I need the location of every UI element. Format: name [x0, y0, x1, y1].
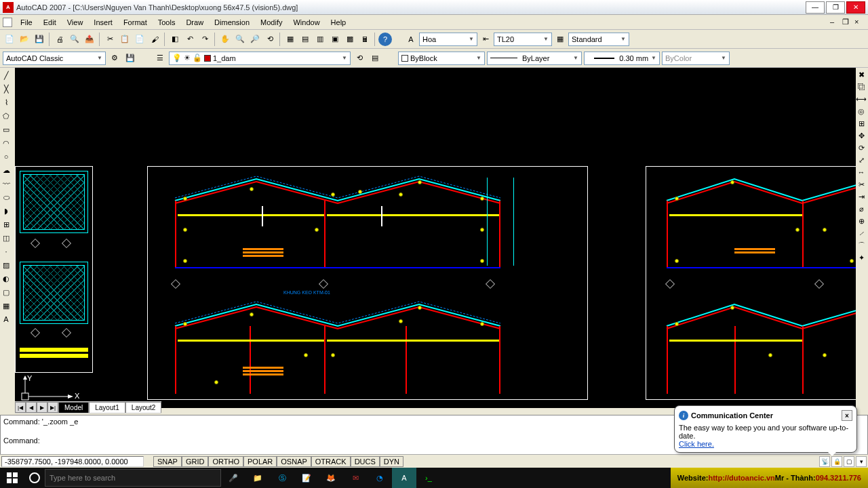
- trim-icon[interactable]: ✂: [856, 179, 867, 190]
- grid-toggle[interactable]: GRID: [182, 456, 209, 467]
- arc-icon[interactable]: ◠: [0, 137, 12, 149]
- break-icon[interactable]: ⌀: [856, 203, 867, 214]
- cut-icon[interactable]: ✂: [103, 33, 117, 46]
- menu-file[interactable]: File: [15, 17, 38, 28]
- menu-draw[interactable]: Draw: [180, 17, 209, 28]
- minimize-button[interactable]: —: [806, 1, 825, 14]
- ducs-toggle[interactable]: DUCS: [351, 456, 380, 467]
- tab-last[interactable]: ▶|: [47, 402, 58, 413]
- plotstyle-select[interactable]: ByColor▼: [662, 52, 730, 65]
- hatch-icon[interactable]: ▨: [0, 259, 12, 271]
- gradient-icon[interactable]: ◐: [0, 272, 12, 285]
- zalo-icon[interactable]: ◔: [368, 468, 392, 488]
- terminal-icon[interactable]: ›_: [416, 468, 441, 488]
- copy-icon[interactable]: 📋: [118, 33, 132, 46]
- tool-palette-icon[interactable]: ▥: [313, 33, 327, 46]
- tab-prev[interactable]: ◀: [26, 402, 37, 413]
- menu-tools[interactable]: Tools: [153, 17, 181, 28]
- line-icon[interactable]: ╱: [0, 69, 12, 81]
- menu-edit[interactable]: Edit: [38, 17, 62, 28]
- coordinates-readout[interactable]: -358797.7500, -197948.0000, 0.0000: [1, 456, 144, 467]
- pan-icon[interactable]: ✋: [218, 33, 232, 46]
- menu-window[interactable]: Window: [288, 17, 325, 28]
- textstyle-icon[interactable]: A: [404, 33, 418, 46]
- firefox-icon[interactable]: 🦊: [319, 468, 343, 488]
- menu-dimension[interactable]: Dimension: [209, 17, 255, 28]
- rectangle-icon[interactable]: ▭: [0, 123, 12, 136]
- zoom-rt-icon[interactable]: 🔍: [233, 33, 247, 46]
- move-icon[interactable]: ✥: [856, 130, 867, 141]
- save-icon[interactable]: 💾: [33, 33, 46, 46]
- insert-icon[interactable]: ⊞: [0, 218, 12, 230]
- maximize-button[interactable]: ❐: [826, 1, 845, 14]
- doc-restore[interactable]: ❐: [842, 18, 853, 27]
- color-select[interactable]: ByBlock▼: [398, 52, 485, 65]
- ellipse-icon[interactable]: ⬭: [0, 191, 12, 203]
- dimstyle-icon[interactable]: ⇤: [479, 33, 492, 46]
- osnap-toggle[interactable]: OSNAP: [277, 456, 311, 467]
- revcloud-icon[interactable]: ☁: [0, 164, 12, 176]
- open-icon[interactable]: 📂: [18, 33, 31, 46]
- snap-toggle[interactable]: SNAP: [153, 456, 182, 467]
- menu-format[interactable]: Format: [118, 17, 153, 28]
- menu-view[interactable]: View: [62, 17, 89, 28]
- mirror-icon[interactable]: ⟷: [856, 94, 867, 104]
- help-icon[interactable]: ?: [378, 33, 392, 46]
- otrack-toggle[interactable]: OTRACK: [311, 456, 351, 467]
- rotate-icon[interactable]: ⟳: [856, 142, 867, 153]
- block-icon[interactable]: ◫: [0, 232, 12, 244]
- autocad-taskbar-icon[interactable]: A: [392, 468, 416, 488]
- dyn-toggle[interactable]: DYN: [380, 456, 403, 467]
- redo-icon[interactable]: ↷: [198, 33, 212, 46]
- blockeditor-icon[interactable]: ◧: [168, 33, 182, 46]
- offset-icon[interactable]: ◎: [856, 106, 867, 117]
- tab-model[interactable]: Model: [58, 402, 89, 413]
- dimstyle-select[interactable]: TL20▼: [494, 33, 552, 46]
- new-icon[interactable]: 📄: [3, 33, 16, 46]
- calc-icon[interactable]: 🖩: [358, 33, 372, 46]
- ortho-toggle[interactable]: ORTHO: [208, 456, 243, 467]
- properties-icon[interactable]: ▦: [283, 33, 297, 46]
- region-icon[interactable]: ▢: [0, 286, 12, 298]
- popup-link[interactable]: Click here.: [679, 440, 714, 448]
- publish-icon[interactable]: 📤: [83, 33, 96, 46]
- doc-close[interactable]: ×: [854, 18, 865, 27]
- tab-layout2[interactable]: Layout2: [125, 402, 162, 413]
- menu-insert[interactable]: Insert: [88, 17, 118, 28]
- notepadpp-icon[interactable]: 📝: [294, 468, 319, 488]
- doc-minimize[interactable]: –: [830, 18, 841, 27]
- copy-obj-icon[interactable]: ⿻: [856, 81, 867, 92]
- tablestyle-select[interactable]: Standard▼: [568, 33, 629, 46]
- explorer-icon[interactable]: 📁: [245, 468, 270, 488]
- drawing-canvas[interactable]: KHUNG KEO KTM-01: [15, 68, 856, 408]
- explode-icon[interactable]: ✦: [856, 252, 867, 263]
- array-icon[interactable]: ⊞: [856, 118, 867, 129]
- tablestyle-icon[interactable]: ▦: [553, 33, 567, 46]
- fillet-icon[interactable]: ⌒: [856, 240, 867, 251]
- mtext-icon[interactable]: A: [0, 313, 12, 325]
- layer-select[interactable]: 💡 ☀ 🔓 1_dam ▼: [169, 52, 351, 65]
- paste-icon[interactable]: 📄: [133, 33, 146, 46]
- extend-icon[interactable]: ⇥: [856, 191, 867, 202]
- xline-icon[interactable]: ╳: [0, 83, 12, 95]
- circle-icon[interactable]: ○: [0, 150, 12, 163]
- tab-layout1[interactable]: Layout1: [89, 402, 125, 413]
- layer-prev-icon[interactable]: ⟲: [353, 52, 366, 65]
- mail-icon[interactable]: ✉: [343, 468, 368, 488]
- undo-icon[interactable]: ↶: [183, 33, 197, 46]
- cortana-icon[interactable]: [24, 468, 45, 488]
- zoom-prev-icon[interactable]: ⟲: [263, 33, 277, 46]
- workspace-save-icon[interactable]: 💾: [123, 52, 137, 65]
- polar-toggle[interactable]: POLAR: [243, 456, 277, 467]
- preview-icon[interactable]: 🔍: [68, 33, 81, 46]
- layer-manager-icon[interactable]: ☰: [153, 52, 167, 65]
- erase-icon[interactable]: ✖: [856, 69, 867, 80]
- popup-close-button[interactable]: ×: [842, 410, 852, 421]
- matchprop-icon[interactable]: 🖌: [148, 33, 161, 46]
- chamfer-icon[interactable]: ⟋: [856, 228, 867, 239]
- plot-icon[interactable]: 🖨: [53, 33, 66, 46]
- menu-modify[interactable]: Modify: [255, 17, 288, 28]
- stretch-icon[interactable]: ↔: [856, 167, 867, 178]
- textstyle-select[interactable]: Hoa▼: [419, 33, 477, 46]
- point-icon[interactable]: ·: [0, 245, 12, 258]
